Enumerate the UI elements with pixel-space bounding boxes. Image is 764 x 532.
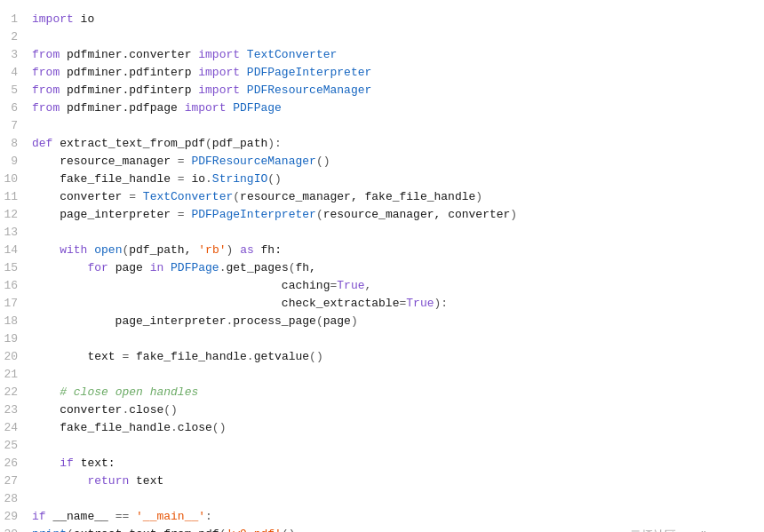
line-number: 9 xyxy=(0,153,32,171)
token-var: resource_manager xyxy=(32,155,178,168)
table-row: 19 xyxy=(0,330,764,348)
token-punct: () xyxy=(163,403,178,417)
token-kw: def xyxy=(32,137,52,150)
token-punct: : xyxy=(205,510,212,523)
line-content: if __name__ == '__main__': xyxy=(32,508,750,526)
line-number: 28 xyxy=(0,490,32,508)
line-content: with open(pdf_path, 'rb') as fh: xyxy=(32,242,750,259)
token-punct: . xyxy=(171,421,178,434)
table-row: 11 converter = TextConverter(resource_ma… xyxy=(0,188,764,206)
line-content: return text xyxy=(32,472,750,490)
table-row: 3from pdfminer.converter import TextConv… xyxy=(0,46,764,64)
token-kw: from xyxy=(32,48,60,61)
table-row: 22 # close open handles xyxy=(0,384,764,401)
token-op: = xyxy=(178,172,185,186)
line-number: 30 xyxy=(0,526,32,532)
line-number: 4 xyxy=(0,64,32,82)
line-content: import io xyxy=(32,11,750,28)
token-var xyxy=(32,457,60,470)
token-var: io xyxy=(185,172,205,186)
token-var xyxy=(136,190,143,203)
line-content: from pdfminer.pdfinterp import PDFResour… xyxy=(32,82,750,99)
token-func: process_page xyxy=(233,314,316,328)
line-content: resource_manager = PDFResourceManager() xyxy=(32,153,750,171)
table-row: 25 xyxy=(0,437,764,455)
token-punct: ( xyxy=(67,528,74,532)
token-var: pdfminer.pdfpage xyxy=(60,101,184,115)
table-row: 24 fake_file_handle.close() xyxy=(0,419,764,437)
token-var: io xyxy=(74,12,94,26)
line-number: 23 xyxy=(0,401,32,419)
token-kw: import xyxy=(198,66,240,79)
table-row: 17 check_extractable=True): xyxy=(0,295,764,313)
token-func: close xyxy=(129,403,163,417)
token-kw: return xyxy=(87,474,129,488)
table-row: 26 if text: xyxy=(0,455,764,472)
token-kw: import xyxy=(185,101,227,115)
token-var: page xyxy=(108,261,150,274)
token-str: 'w9.pdf' xyxy=(226,528,281,532)
token-var xyxy=(163,261,171,274)
token-kw: if xyxy=(60,457,74,470)
watermark: 云栖社区 yq.aliyun.com xyxy=(630,528,750,532)
token-punct: ): xyxy=(434,297,449,310)
token-comment: # close open handles xyxy=(60,385,198,399)
table-row: 28 xyxy=(0,490,764,508)
line-number: 18 xyxy=(0,313,32,330)
token-punct: ) xyxy=(351,314,358,328)
line-content: for page in PDFPage.get_pages(fh, xyxy=(32,259,750,277)
token-kw: import xyxy=(198,83,240,97)
table-row: 4from pdfminer.pdfinterp import PDFPageI… xyxy=(0,64,764,82)
token-punct: ): xyxy=(267,137,282,150)
line-content: check_extractable=True): xyxy=(32,295,750,313)
token-kw: with xyxy=(32,243,87,257)
line-number: 6 xyxy=(0,99,32,117)
token-var: converter xyxy=(32,190,129,203)
token-var: fake_file_handle xyxy=(32,172,178,186)
token-var: page xyxy=(323,314,351,328)
token-var: page_interpreter xyxy=(32,314,226,328)
token-kw: import xyxy=(198,48,240,61)
line-content: if text: xyxy=(32,455,750,472)
token-punct: , xyxy=(365,279,372,292)
token-kw: import xyxy=(32,12,74,26)
line-number: 26 xyxy=(0,455,32,472)
token-var: pdfminer.pdfinterp xyxy=(60,83,198,97)
token-var: pdfminer.converter xyxy=(60,48,198,61)
line-content: from pdfminer.pdfinterp import PDFPageIn… xyxy=(32,64,750,82)
token-punct: () xyxy=(282,528,296,532)
token-punct: ( xyxy=(233,190,240,203)
token-cls: PDFPageInterpreter xyxy=(191,208,315,221)
token-op: == xyxy=(115,510,130,523)
token-var: fh: xyxy=(254,243,282,257)
line-number: 22 xyxy=(0,384,32,401)
token-cls: TextConverter xyxy=(143,190,233,203)
line-content: caching=True, xyxy=(32,277,750,295)
table-row: 20 text = fake_file_handle.getvalue() xyxy=(0,348,764,366)
token-punct: ( xyxy=(289,261,296,274)
line-number: 24 xyxy=(0,419,32,437)
table-row: 9 resource_manager = PDFResourceManager(… xyxy=(0,153,764,171)
token-kw: for xyxy=(87,261,107,274)
line-content: text = fake_file_handle.getvalue() xyxy=(32,348,750,366)
table-row: 1import io xyxy=(0,11,764,28)
token-op: = xyxy=(129,190,136,203)
table-row: 15 for page in PDFPage.get_pages(fh, xyxy=(0,259,764,277)
line-content: page_interpreter.process_page(page) xyxy=(32,313,750,330)
table-row: 29if __name__ == '__main__': xyxy=(0,508,764,526)
token-var xyxy=(32,385,60,399)
code-lines: 1import io23from pdfminer.converter impo… xyxy=(0,11,764,532)
table-row: 10 fake_file_handle = io.StringIO() xyxy=(0,171,764,188)
token-var: fake_file_handle xyxy=(129,350,247,363)
token-kw: in xyxy=(150,261,164,274)
token-var: resource_manager, fake_file_handle xyxy=(240,190,475,203)
token-punct: ) xyxy=(510,208,517,221)
line-number: 8 xyxy=(0,135,32,153)
token-punct: . xyxy=(205,172,212,186)
table-row: 27 return text xyxy=(0,472,764,490)
token-punct: () xyxy=(309,350,323,363)
line-number: 12 xyxy=(0,206,32,224)
table-row: 12 page_interpreter = PDFPageInterpreter… xyxy=(0,206,764,224)
line-content: fake_file_handle.close() xyxy=(32,419,750,437)
line-number: 15 xyxy=(0,259,32,277)
